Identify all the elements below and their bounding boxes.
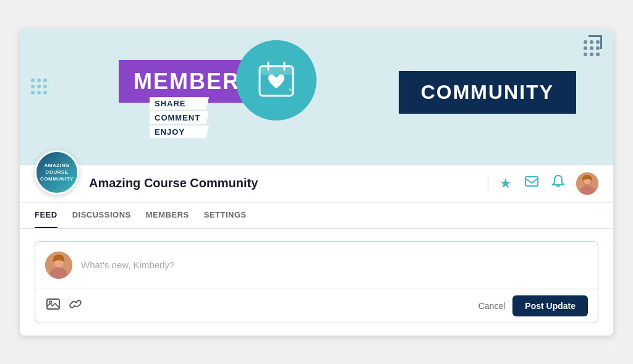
ribbon-share: SHARE [150, 97, 209, 110]
banner: MEMBER SHARE COMMENT ENJOY [20, 29, 613, 165]
post-tool-icons [45, 297, 83, 315]
community-name: Amazing Course Community [89, 176, 258, 190]
poster-avatar [45, 252, 72, 279]
post-box: What's new, Kimberly? [35, 241, 598, 323]
ribbon-comment: COMMENT [150, 111, 209, 124]
teal-calendar-circle [236, 40, 316, 121]
corner-bracket [588, 35, 602, 49]
message-icon [524, 174, 539, 193]
post-placeholder[interactable]: What's new, Kimberly? [81, 260, 588, 270]
star-icon: ★ [499, 176, 512, 192]
svg-rect-4 [525, 177, 538, 186]
post-area: What's new, Kimberly? [20, 229, 613, 336]
tab-discussions[interactable]: DISCUSSIONS [72, 203, 131, 228]
user-avatar[interactable] [576, 172, 598, 195]
svg-rect-1 [260, 66, 293, 75]
bell-icon [551, 174, 565, 193]
profile-actions: ★ [488, 172, 598, 202]
profile-left: AMAZINGCOURSECOMMUNITY Amazing Course Co… [35, 172, 258, 202]
tab-feed[interactable]: FEED [35, 203, 57, 228]
image-tool-button[interactable] [45, 297, 61, 315]
post-input-row: What's new, Kimberly? [35, 242, 598, 289]
post-buttons: Cancel Post Update [478, 295, 588, 316]
cancel-button[interactable]: Cancel [478, 301, 506, 311]
banner-dots-left [31, 78, 47, 95]
post-actions-row: Cancel Post Update [35, 289, 598, 323]
ribbon-enjoy: ENJOY [150, 125, 209, 138]
tabs-bar: FEED DISCUSSIONS MEMBERS SETTINGS [20, 203, 613, 229]
tab-settings[interactable]: SETTINGS [204, 203, 247, 228]
link-tool-button[interactable] [67, 297, 83, 315]
vertical-divider [488, 175, 488, 192]
community-logo: AMAZINGCOURSECOMMUNITY [35, 150, 79, 195]
bell-button[interactable] [550, 173, 566, 194]
tab-members[interactable]: MEMBERS [146, 203, 189, 228]
ribbon-block: SHARE COMMENT ENJOY [150, 97, 209, 138]
community-banner-label: COMMUNITY [421, 81, 554, 103]
message-button[interactable] [523, 173, 540, 194]
star-button[interactable]: ★ [498, 174, 513, 193]
page-container: MEMBER SHARE COMMENT ENJOY [20, 29, 613, 336]
member-label: MEMBER [134, 69, 240, 94]
community-block: COMMUNITY [399, 71, 576, 114]
profile-section: AMAZINGCOURSECOMMUNITY Amazing Course Co… [20, 165, 613, 203]
calendar-icon [255, 57, 298, 103]
post-update-button[interactable]: Post Update [512, 295, 588, 316]
